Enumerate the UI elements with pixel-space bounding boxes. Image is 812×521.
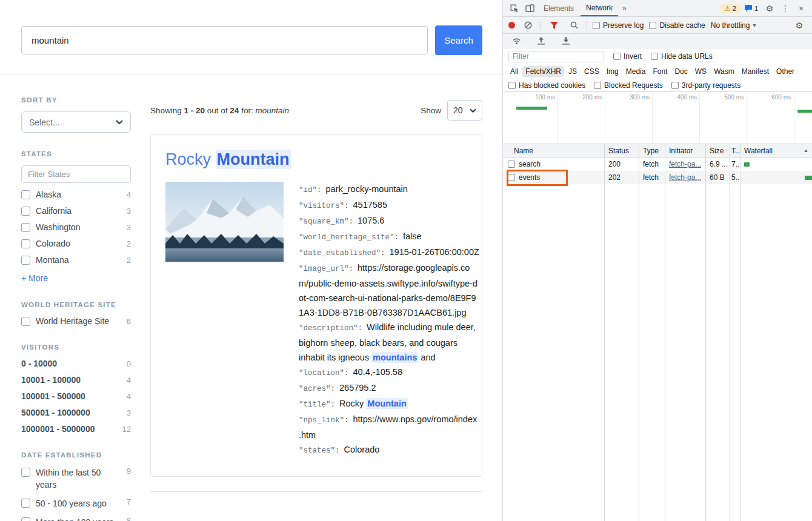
result-title[interactable]: Rocky Mountain [165, 150, 467, 169]
filter-funnel-icon[interactable] [547, 19, 561, 32]
initiator-link[interactable]: fetch-pa... [669, 160, 701, 168]
facet-option-california[interactable]: California 3 [21, 206, 131, 216]
chip-other[interactable]: Other [773, 66, 797, 77]
facet-checkbox[interactable] [21, 239, 30, 248]
visitors-range-2[interactable]: 100001 - 500000 4 [21, 391, 131, 401]
facet-label: California [36, 206, 72, 216]
request-name-cell[interactable]: search [503, 158, 605, 171]
import-har-icon[interactable] [534, 35, 548, 48]
search-icon[interactable] [567, 19, 581, 32]
column-header-type[interactable]: Type [639, 144, 665, 157]
chip-all[interactable]: All [507, 66, 521, 77]
disable-cache-checkbox[interactable]: Disable cache [649, 21, 705, 30]
chip-js[interactable]: JS [565, 66, 580, 77]
facet-checkbox[interactable] [21, 499, 30, 508]
facet-checkbox[interactable] [21, 468, 30, 477]
search-input[interactable] [21, 26, 428, 55]
chip-media[interactable]: Media [623, 66, 649, 77]
tab-network[interactable]: Network [581, 0, 618, 16]
request-row-events[interactable]: events 202 fetch fetch-pa... 60 B 5... [503, 171, 812, 184]
facet-checkbox[interactable] [21, 207, 30, 216]
facet-option-montana[interactable]: Montana 2 [21, 255, 131, 265]
warnings-badge[interactable]: ⚠ 2 [720, 4, 740, 13]
visitors-range-0[interactable]: 0 - 10000 0 [21, 359, 131, 368]
export-har-icon[interactable] [559, 35, 573, 48]
invert-checkbox[interactable]: Invert [613, 52, 642, 61]
request-row-search[interactable]: search 200 fetch fetch-pa... 6.9 ... 7..… [503, 158, 812, 171]
checkbox[interactable] [671, 82, 679, 89]
sort-select[interactable]: Select... [21, 111, 131, 133]
visitors-range-1[interactable]: 10001 - 100000 4 [21, 375, 131, 385]
facet-checkbox[interactable] [21, 517, 30, 521]
visitors-range-3[interactable]: 500001 - 1000000 3 [21, 408, 131, 417]
column-header-status[interactable]: Status [605, 144, 639, 157]
facet-option-washington[interactable]: Washington 3 [21, 222, 131, 232]
facet-option-world-heritage[interactable]: World Heritage Site 6 [21, 316, 131, 326]
third-party-requests-checkbox[interactable]: 3rd-party requests [671, 81, 740, 90]
blocked-requests-checkbox[interactable]: Blocked Requests [594, 81, 663, 90]
hide-data-urls-checkbox[interactable]: Hide data URLs [651, 52, 713, 61]
checkbox[interactable] [651, 53, 658, 60]
record-button[interactable] [508, 22, 515, 28]
has-blocked-cookies-checkbox[interactable]: Has blocked cookies [508, 81, 585, 90]
search-button[interactable]: Search [435, 25, 482, 55]
facet-option-alaska[interactable]: Alaska 4 [21, 190, 131, 199]
chip-font[interactable]: Font [650, 66, 670, 77]
chip-ws[interactable]: WS [692, 66, 710, 77]
network-settings-gear-icon[interactable]: ⚙ [792, 19, 807, 32]
facet-option-more-100-years[interactable]: More than 100 years ago 8 [21, 516, 131, 521]
initiator-link[interactable]: fetch-pa... [669, 173, 701, 182]
device-toolbar-icon[interactable] [522, 2, 537, 15]
facet-option-colorado[interactable]: Colorado 2 [21, 239, 131, 248]
page-size-select[interactable]: 20 [447, 100, 482, 121]
chip-wasm[interactable]: Wasm [711, 66, 737, 77]
preserve-log-checkbox[interactable]: Preserve log [593, 21, 644, 30]
visitors-title: VISITORS [21, 343, 131, 351]
more-tabs-chevron[interactable]: » [619, 4, 630, 13]
inspect-element-icon[interactable] [507, 2, 521, 15]
checkbox[interactable] [613, 53, 621, 60]
column-header-size[interactable]: Size [706, 144, 730, 157]
filter-states-input[interactable] [21, 165, 131, 183]
checkbox[interactable] [508, 82, 516, 89]
close-devtools-icon[interactable]: × [794, 2, 808, 15]
request-status-cell: 202 [605, 171, 639, 184]
facet-checkbox[interactable] [21, 190, 30, 199]
facet-checkbox[interactable] [21, 317, 30, 326]
facet-option-last-50-years[interactable]: Within the last 50 years 9 [21, 466, 131, 491]
settings-gear-icon[interactable]: ⚙ [762, 2, 777, 15]
visitors-range-4[interactable]: 1000001 - 5000000 12 [21, 424, 131, 434]
tab-elements[interactable]: Elements [538, 0, 579, 16]
chip-fetch-xhr[interactable]: Fetch/XHR [522, 66, 564, 77]
more-states-link[interactable]: + More [21, 273, 48, 283]
chip-img[interactable]: Img [604, 66, 622, 77]
checkbox[interactable] [594, 82, 601, 89]
field-value: Colorado [344, 445, 380, 454]
clear-requests-icon[interactable] [521, 19, 535, 32]
facet-checkbox[interactable] [21, 256, 30, 265]
request-name-cell[interactable]: events [503, 171, 605, 184]
throttling-select[interactable]: No throttling ▾ [711, 21, 756, 30]
facet-count: 6 [122, 317, 131, 326]
issues-badge[interactable]: 1 [742, 4, 761, 13]
facet-checkbox[interactable] [21, 223, 30, 232]
network-conditions-icon[interactable] [509, 35, 524, 48]
column-header-name[interactable]: Name [503, 144, 605, 157]
divider [587, 21, 587, 30]
caret-down-icon: ▾ [753, 22, 756, 28]
chip-css[interactable]: CSS [581, 66, 602, 77]
checkbox[interactable] [649, 22, 656, 29]
kebab-menu-icon[interactable]: ⋮ [778, 2, 793, 15]
checkbox[interactable] [508, 174, 515, 181]
chip-manifest[interactable]: Manifest [739, 66, 772, 77]
column-header-waterfall[interactable]: Waterfall ▲ [740, 144, 812, 157]
field-nps-link: "nps_link":https://www.nps.gov/romo/inde… [299, 412, 479, 442]
checkbox[interactable] [593, 22, 600, 29]
column-header-initiator[interactable]: Initiator [665, 144, 706, 157]
facet-option-50-100-years[interactable]: 50 - 100 years ago 7 [21, 497, 131, 509]
chip-doc[interactable]: Doc [671, 66, 690, 77]
network-filter-input[interactable] [508, 51, 604, 62]
checkbox[interactable] [508, 161, 515, 168]
network-timeline-overview[interactable]: 100 ms 200 ms 300 ms 400 ms 500 ms 600 m… [503, 92, 812, 144]
column-header-time[interactable]: T... [730, 144, 740, 157]
